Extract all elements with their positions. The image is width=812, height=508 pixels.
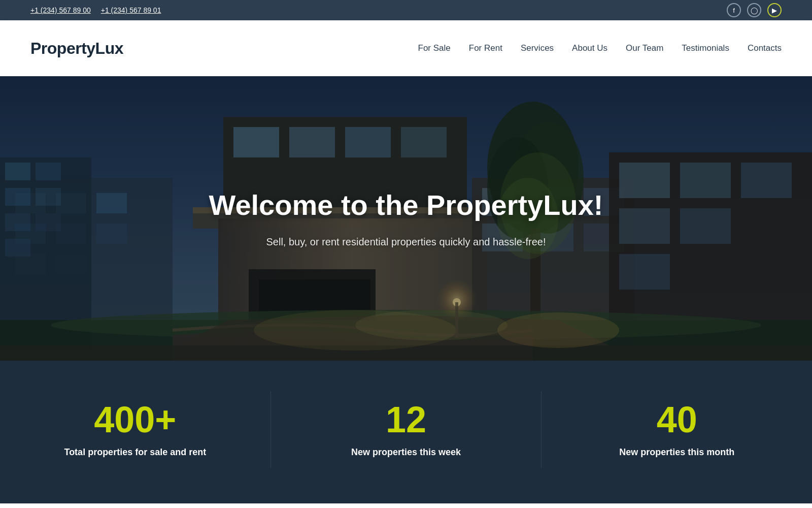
stat-new-month: 40 New properties this month — [541, 391, 812, 468]
nav-contacts[interactable]: Contacts — [748, 43, 782, 53]
nav-for-sale[interactable]: For Sale — [418, 43, 451, 53]
top-bar: +1 (234) 567 89 00 +1 (234) 567 89 01 f … — [0, 0, 812, 20]
nav-our-team[interactable]: Our Team — [626, 43, 663, 53]
logo[interactable]: PropertyLux — [30, 39, 123, 58]
stat-label-week: New properties this week — [301, 447, 511, 458]
nav-for-rent[interactable]: For Rent — [469, 43, 502, 53]
stat-label-month: New properties this month — [572, 447, 782, 458]
hero-subtitle: Sell, buy, or rent residential propertie… — [209, 236, 603, 248]
stat-new-week: 12 New properties this week — [270, 391, 542, 468]
phone-link-2[interactable]: +1 (234) 567 89 01 — [101, 6, 161, 14]
nav-services[interactable]: Services — [521, 43, 554, 53]
hero-content: Welcome to the PropertyLux! Sell, buy, o… — [189, 189, 624, 247]
nav-testimonials[interactable]: Testimonials — [682, 43, 729, 53]
navbar: PropertyLux For Sale For Rent Services A… — [0, 20, 812, 76]
phone-link-1[interactable]: +1 (234) 567 89 00 — [30, 6, 91, 14]
stats-section: 400+ Total properties for sale and rent … — [0, 361, 812, 503]
nav-links: For Sale For Rent Services About Us Our … — [418, 43, 782, 53]
stat-total-properties: 400+ Total properties for sale and rent — [0, 391, 270, 468]
youtube-icon[interactable]: ▶ — [767, 3, 782, 17]
facebook-icon[interactable]: f — [727, 3, 741, 17]
phone-links: +1 (234) 567 89 00 +1 (234) 567 89 01 — [30, 6, 161, 14]
stat-number-week: 12 — [301, 401, 511, 438]
nav-about-us[interactable]: About Us — [572, 43, 607, 53]
instagram-icon[interactable]: ◯ — [747, 3, 761, 17]
stat-number-total: 400+ — [30, 401, 240, 438]
stat-number-month: 40 — [572, 401, 782, 438]
hero-title: Welcome to the PropertyLux! — [209, 189, 603, 221]
social-icons: f ◯ ▶ — [727, 3, 782, 17]
hero-section: Welcome to the PropertyLux! Sell, buy, o… — [0, 76, 812, 361]
stat-label-total: Total properties for sale and rent — [30, 447, 240, 458]
